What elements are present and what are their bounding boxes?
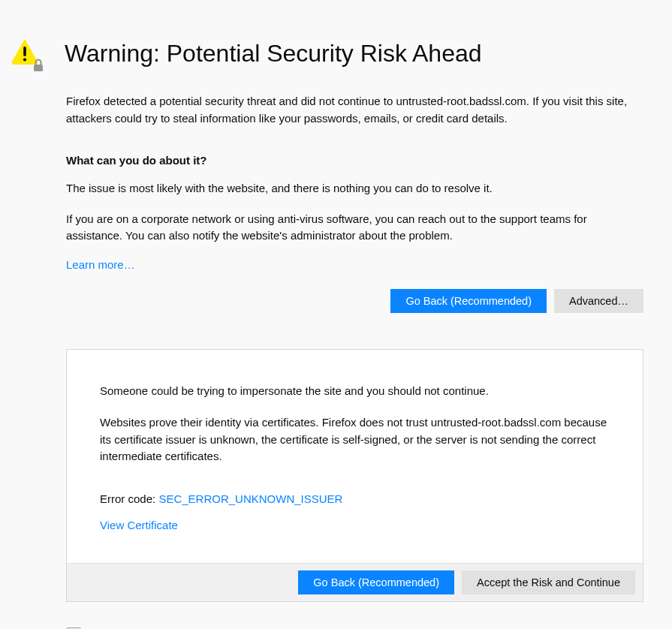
certificate-explanation: Websites prove their identity via certif… (100, 414, 610, 465)
advanced-button[interactable]: Advanced… (554, 289, 643, 313)
lock-icon (34, 60, 43, 72)
go-back-button[interactable]: Go Back (Recommended) (390, 289, 547, 313)
impersonation-warning: Someone could be trying to impersonate t… (100, 383, 610, 400)
content-body: Firefox detected a potential security th… (66, 93, 643, 602)
advanced-details-panel: Someone could be trying to impersonate t… (66, 349, 643, 602)
svg-rect-1 (23, 47, 26, 56)
learn-more-link[interactable]: Learn more… (66, 258, 135, 271)
error-code-label: Error code: (100, 492, 158, 505)
page-title: Warning: Potential Security Risk Ahead (65, 36, 482, 68)
header: Warning: Potential Security Risk Ahead (11, 36, 643, 72)
error-code-link[interactable]: SEC_ERROR_UNKNOWN_ISSUER (158, 492, 342, 505)
warning-icon (11, 36, 44, 72)
advice-para-1: The issue is most likely with the websit… (66, 180, 643, 197)
svg-point-0 (23, 58, 26, 61)
go-back-button-2[interactable]: Go Back (Recommended) (298, 570, 454, 594)
accept-risk-button[interactable]: Accept the Risk and Continue (462, 570, 635, 594)
view-certificate-link[interactable]: View Certificate (100, 519, 178, 531)
details-content: Someone could be trying to impersonate t… (67, 350, 643, 563)
intro-text: Firefox detected a potential security th… (66, 93, 643, 127)
primary-button-row: Go Back (Recommended) Advanced… (66, 289, 643, 313)
details-footer: Go Back (Recommended) Accept the Risk an… (67, 563, 643, 601)
security-warning-page: Warning: Potential Security Risk Ahead F… (0, 0, 672, 629)
advice-para-2: If you are on a corporate network or usi… (66, 211, 643, 245)
subheading: What can you do about it? (66, 154, 643, 167)
error-code-row: Error code: SEC_ERROR_UNKNOWN_ISSUER (100, 492, 610, 505)
svg-rect-2 (34, 65, 43, 71)
